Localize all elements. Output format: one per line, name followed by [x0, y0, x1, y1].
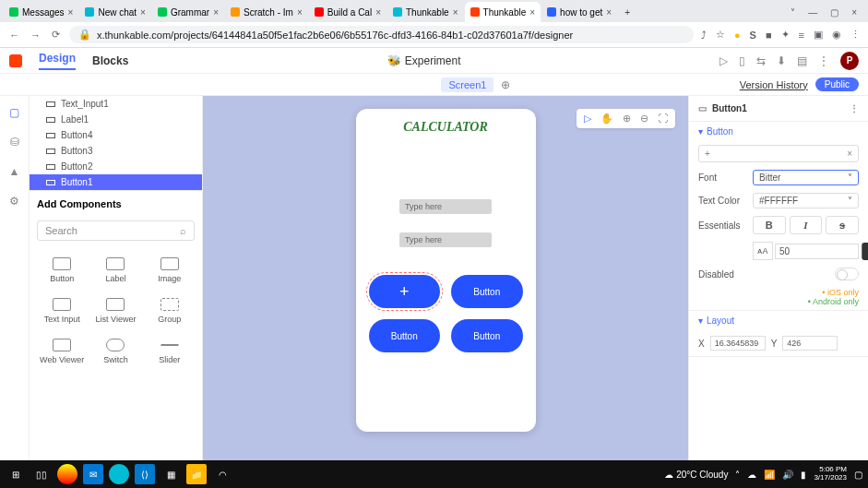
fit-icon[interactable]: ⛶ — [658, 113, 668, 125]
task-view-icon[interactable]: ▯▯ — [31, 464, 52, 484]
zoom-out-icon[interactable]: ⊖ — [640, 113, 648, 125]
close-icon[interactable]: × — [453, 7, 458, 18]
y-input[interactable]: 426 — [782, 336, 838, 351]
public-badge[interactable]: Public — [815, 77, 859, 91]
italic-button[interactable]: I — [790, 216, 823, 234]
download-icon[interactable]: ⬇ — [777, 54, 786, 67]
data-rail-icon[interactable]: ⛁ — [7, 135, 22, 149]
explorer-icon[interactable]: 📁 — [186, 464, 207, 484]
clear-icon[interactable]: × — [847, 149, 852, 159]
vscode-icon[interactable]: ⟨⟩ — [135, 464, 155, 484]
tree-item-label1[interactable]: Label1 — [30, 112, 202, 127]
comp-switch[interactable]: Switch — [90, 333, 140, 370]
close-icon[interactable]: × — [297, 7, 303, 18]
close-icon[interactable]: × — [375, 7, 381, 18]
tab-messages[interactable]: Messages× — [4, 2, 78, 22]
section-button-header[interactable]: ▾ Button — [689, 122, 868, 141]
design-tab[interactable]: Design — [39, 52, 76, 70]
back-button[interactable]: ← — [7, 28, 21, 42]
bold-button[interactable]: B — [753, 216, 786, 234]
close-window-icon[interactable]: × — [851, 7, 857, 18]
share-icon[interactable]: ⤴ — [701, 30, 707, 41]
close-icon[interactable]: × — [213, 7, 219, 18]
menu-dots-icon[interactable]: ⋮ — [818, 54, 829, 67]
strike-button[interactable]: s — [826, 216, 859, 234]
button1-preview[interactable]: + — [369, 275, 441, 308]
close-icon[interactable]: × — [606, 7, 612, 18]
tab-thunkable-1[interactable]: Thunkable× — [387, 2, 464, 22]
disabled-toggle[interactable] — [835, 268, 859, 280]
cursor-tool-icon[interactable]: ▷ — [584, 113, 591, 125]
button3-preview[interactable]: Button — [369, 319, 441, 352]
phone-icon[interactable]: ▯ — [739, 54, 745, 67]
url-field[interactable]: 🔒 x.thunkable.com/projects/64144841a50f5… — [69, 26, 694, 43]
tray-chevron-icon[interactable]: ˄ — [735, 470, 740, 480]
add-screen-button[interactable]: ⊕ — [501, 78, 510, 91]
zoom-in-icon[interactable]: ⊕ — [623, 113, 631, 125]
forward-button[interactable]: → — [29, 28, 42, 42]
clock[interactable]: 5:06 PM 3/17/2023 — [814, 466, 847, 482]
tree-item-button3[interactable]: Button3 — [30, 143, 202, 159]
comp-label[interactable]: Label — [90, 252, 140, 289]
new-tab-button[interactable]: + — [618, 3, 636, 21]
docs-icon[interactable]: ▤ — [797, 54, 807, 67]
tab-docs[interactable]: how to get× — [541, 2, 617, 22]
comp-text-input[interactable]: Text Input — [37, 292, 87, 329]
tree-item-textinput1[interactable]: Text_Input1 — [30, 96, 202, 112]
edge-icon[interactable]: ◠ — [212, 464, 232, 484]
kebab-menu-icon[interactable]: ⋮ — [850, 29, 861, 41]
tab-scratch[interactable]: Scratch - Im× — [225, 2, 308, 22]
tab-grammarly[interactable]: Grammar× — [152, 2, 224, 22]
app-title[interactable]: CALCULATOR — [365, 120, 527, 135]
tab-new-chat[interactable]: New chat× — [79, 2, 151, 22]
comp-list-viewer[interactable]: List Viewer — [90, 292, 140, 329]
notifications-icon[interactable]: ▢ — [854, 470, 862, 480]
ext-camera-icon[interactable]: ■ — [766, 30, 772, 41]
volume-icon[interactable]: 🔊 — [782, 470, 793, 480]
text-input-2[interactable]: Type here — [399, 232, 492, 247]
settings-rail-icon[interactable]: ⚙ — [7, 194, 22, 208]
maximize-icon[interactable]: ▢ — [830, 7, 838, 18]
battery-icon[interactable]: ▮ — [801, 470, 806, 480]
play-icon[interactable]: ▷ — [719, 54, 728, 67]
comp-button[interactable]: Button — [37, 252, 87, 289]
font-select[interactable]: Bitter ˅ — [753, 170, 859, 185]
comp-image[interactable]: Image — [145, 252, 195, 289]
tree-item-button1[interactable]: Button1 — [30, 174, 202, 190]
star-icon[interactable]: ☆ — [716, 29, 725, 41]
minimize-icon[interactable]: — — [808, 7, 817, 18]
hand-tool-icon[interactable]: ✋ — [600, 113, 613, 125]
phone-preview[interactable]: CALCULATOR Type here Type here + Button … — [356, 109, 536, 432]
component-search[interactable]: Search ⌕ — [37, 220, 195, 241]
ext-icon[interactable]: ● — [734, 30, 741, 41]
close-icon[interactable]: × — [529, 7, 535, 18]
assets-rail-icon[interactable]: ▲ — [7, 164, 22, 179]
wifi-icon[interactable]: 📶 — [764, 470, 775, 480]
onedrive-icon[interactable]: ☁ — [747, 470, 756, 480]
weather-widget[interactable]: ☁ 20°C Cloudy — [664, 470, 728, 480]
close-icon[interactable]: × — [140, 7, 146, 18]
user-avatar[interactable]: P — [840, 52, 859, 70]
screens-rail-icon[interactable]: ▢ — [7, 105, 22, 120]
canvas[interactable]: ▷ ✋ ⊕ ⊖ ⛶ CALCULATOR Type here Type here… — [203, 96, 688, 460]
text-color-field[interactable]: #FFFFFF ˅ — [753, 193, 859, 208]
blocks-tab[interactable]: Blocks — [92, 54, 128, 67]
app-icon-1[interactable] — [109, 464, 129, 484]
ext-s-icon[interactable]: S — [750, 30, 756, 41]
tab-thunkable-2[interactable]: Thunkable× — [465, 2, 541, 22]
app-icon-2[interactable]: ▦ — [161, 464, 181, 484]
button4-preview[interactable]: Button — [451, 319, 523, 352]
profile-avatar[interactable]: ◉ — [832, 29, 841, 41]
button2-preview[interactable]: Button — [451, 275, 523, 308]
tree-item-button2[interactable]: Button2 — [30, 159, 202, 174]
comp-web-viewer[interactable]: Web Viewer — [37, 333, 87, 370]
ext-square-icon[interactable]: ▣ — [814, 29, 823, 41]
button-text-field[interactable]: + × — [698, 145, 859, 162]
start-button[interactable]: ⊞ — [6, 464, 26, 484]
chevron-down-icon[interactable]: ˅ — [791, 7, 795, 18]
font-size-input[interactable]: 50 Font Size — [775, 244, 859, 259]
project-name[interactable]: 🐝 Experiment — [387, 54, 461, 67]
section-layout-header[interactable]: ▾ Layout — [689, 311, 868, 330]
reload-button[interactable]: ⟳ — [50, 27, 62, 42]
text-input-1[interactable]: Type here — [399, 199, 492, 214]
